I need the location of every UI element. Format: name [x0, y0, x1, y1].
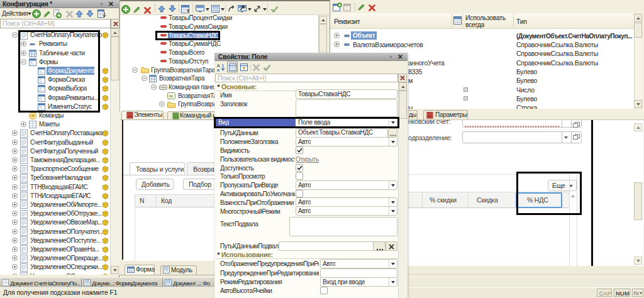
svg-text:ок: ок [169, 94, 174, 98]
svg-text:А: А [217, 63, 220, 68]
svg-text:я: я [217, 68, 219, 72]
